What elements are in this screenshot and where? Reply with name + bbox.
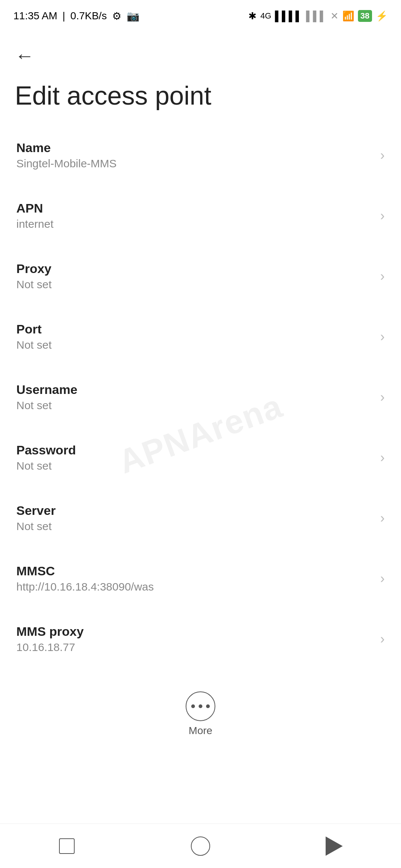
settings-value-apn: internet <box>16 218 373 230</box>
settings-item-server[interactable]: Server Not set › <box>0 488 401 548</box>
bluetooth-icon: ✱ <box>248 10 257 22</box>
back-icon <box>326 836 343 856</box>
chevron-icon-password: › <box>380 450 385 466</box>
dot2 <box>199 704 202 708</box>
more-circle-icon[interactable] <box>186 691 215 721</box>
wifi-icon: 📶 <box>342 10 354 22</box>
settings-item-password[interactable]: Password Not set › <box>0 427 401 488</box>
settings-item-apn-text: APN internet <box>16 201 373 230</box>
chevron-icon-port: › <box>380 329 385 345</box>
status-bar: 11:35 AM | 0.7KB/s ⚙ 📷 ✱ 4G ▌▌▌▌ ▌▌▌ ✕ 📶… <box>0 0 401 30</box>
status-left: 11:35 AM | 0.7KB/s ⚙ 📷 <box>13 10 140 22</box>
back-arrow-icon[interactable]: ← <box>15 45 34 67</box>
chevron-icon-name: › <box>380 148 385 163</box>
settings-value-server: Not set <box>16 520 373 533</box>
chevron-icon-mmsc: › <box>380 571 385 586</box>
settings-label-username: Username <box>16 382 373 397</box>
settings-item-server-text: Server Not set <box>16 503 373 533</box>
settings-item-apn[interactable]: APN internet › <box>0 185 401 246</box>
chevron-icon-mms-proxy: › <box>380 631 385 647</box>
nav-back-button[interactable] <box>316 828 353 865</box>
settings-item-port[interactable]: Port Not set › <box>0 306 401 367</box>
settings-item-port-text: Port Not set <box>16 322 373 351</box>
settings-value-mms-proxy: 10.16.18.77 <box>16 641 373 654</box>
settings-label-mmsc: MMSC <box>16 564 373 578</box>
settings-item-proxy[interactable]: Proxy Not set › <box>0 246 401 306</box>
chevron-icon-apn: › <box>380 208 385 224</box>
signal-bars2-icon: ▌▌▌ <box>306 10 326 22</box>
signal-4g-icon: 4G <box>260 11 271 21</box>
recent-apps-icon <box>59 838 75 854</box>
settings-value-password: Not set <box>16 460 373 472</box>
settings-item-username[interactable]: Username Not set › <box>0 367 401 427</box>
nav-home-button[interactable] <box>182 828 219 865</box>
settings-icon: ⚙ <box>112 10 121 22</box>
home-icon <box>191 836 210 856</box>
settings-label-mms-proxy: MMS proxy <box>16 624 373 639</box>
status-right: ✱ 4G ▌▌▌▌ ▌▌▌ ✕ 📶 38 ⚡ <box>248 10 388 22</box>
chevron-icon-proxy: › <box>380 269 385 284</box>
settings-label-port: Port <box>16 322 373 336</box>
page-title: Edit access point <box>0 74 401 125</box>
settings-item-username-text: Username Not set <box>16 382 373 412</box>
dot3 <box>206 704 210 708</box>
battery-display: 38 <box>358 10 372 22</box>
nav-recent-button[interactable] <box>48 828 85 865</box>
settings-value-port: Not set <box>16 339 373 351</box>
chevron-icon-server: › <box>380 510 385 526</box>
settings-item-mms-proxy[interactable]: MMS proxy 10.16.18.77 › <box>0 609 401 669</box>
settings-label-apn: APN <box>16 201 373 216</box>
settings-item-password-text: Password Not set <box>16 443 373 472</box>
settings-label-name: Name <box>16 141 373 155</box>
settings-value-name: Singtel-Mobile-MMS <box>16 157 373 170</box>
more-button-area[interactable]: More <box>0 680 401 744</box>
no-signal-icon: ✕ <box>330 10 339 22</box>
more-label: More <box>189 725 212 737</box>
settings-item-mmsc-text: MMSC http://10.16.18.4:38090/was <box>16 564 373 593</box>
signal-bars-icon: ▌▌▌▌ <box>275 10 303 22</box>
settings-value-proxy: Not set <box>16 278 373 291</box>
settings-item-proxy-text: Proxy Not set <box>16 262 373 291</box>
dot1 <box>191 704 195 708</box>
back-button-area[interactable]: ← <box>0 30 401 74</box>
separator: | <box>62 10 65 22</box>
settings-value-username: Not set <box>16 399 373 412</box>
settings-item-mms-proxy-text: MMS proxy 10.16.18.77 <box>16 624 373 654</box>
settings-list: Name Singtel-Mobile-MMS › APN internet ›… <box>0 125 401 669</box>
settings-item-name[interactable]: Name Singtel-Mobile-MMS › <box>0 125 401 185</box>
speed-display: 0.7KB/s <box>71 10 107 22</box>
settings-label-server: Server <box>16 503 373 518</box>
settings-item-mmsc[interactable]: MMSC http://10.16.18.4:38090/was › <box>0 548 401 609</box>
video-icon: 📷 <box>127 10 140 22</box>
nav-bar <box>0 823 401 868</box>
settings-label-proxy: Proxy <box>16 262 373 276</box>
charging-icon: ⚡ <box>376 10 388 22</box>
more-dots <box>191 704 210 708</box>
settings-item-name-text: Name Singtel-Mobile-MMS <box>16 141 373 170</box>
settings-label-password: Password <box>16 443 373 457</box>
time-display: 11:35 AM <box>13 10 57 22</box>
chevron-icon-username: › <box>380 389 385 405</box>
settings-value-mmsc: http://10.16.18.4:38090/was <box>16 581 373 593</box>
